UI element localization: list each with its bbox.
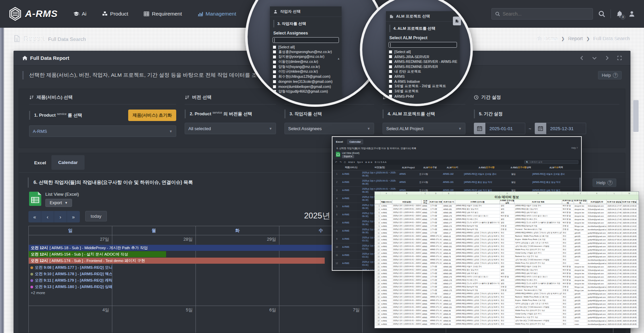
day-cell[interactable]: 4일 [29,306,112,333]
next-year-button[interactable]: » [67,211,80,222]
more-events-link[interactable]: +2 more [29,291,112,295]
alm-filter-input[interactable] [389,42,457,48]
notifications-bell-icon[interactable]: 3 [616,10,623,18]
alm-project-option[interactable]: ARMS-JIRA-SERVER [386,54,460,60]
sheet-col-letter: I [562,192,574,195]
product-reset-button[interactable]: 제품(서비스) 초기화 [128,110,176,121]
mini-col-header: ALM 이슈 구분 [418,165,442,170]
assignee-filter-input[interactable] [273,37,339,43]
fullscreen-icon[interactable] [617,56,622,60]
alm-project-option[interactable]: [Select all] [386,49,460,54]
user-profile-icon[interactable] [628,10,635,17]
version-select[interactable]: All selected▼ [185,123,276,134]
nav-item-product[interactable]: Product [102,11,128,17]
assignee-option[interactable]: 장지윤(jiyoonjang@mz.co.kr) [270,54,342,60]
calendar-bar-event[interactable]: 오전 12시[ ARMS-18 - Sub ] - MiddleProxy - … [29,245,379,251]
assignee-option[interactable]: 홍성훈(hongseonghun@mz.co.kr) [270,50,342,55]
sheet-row: 21A-RMS2025년 2분기 (2025-04-01 ~ 2025-06-3… [375,265,639,268]
alm-project-option[interactable]: A-RMS Initiative [386,79,460,84]
sheet-col-letter: A [381,192,392,195]
collapse-left-icon[interactable] [580,56,584,60]
sheet-row: 15A-RMS2025년 1분기 (2025-01-01 ~ 2025-03-3… [375,245,639,248]
alm-dropdown-toggle[interactable]: Select ALM Project [386,33,460,42]
calendar-dot-event[interactable]: 오전 9:10 [ ARMS-178 ] - [ARMS-REQ] 엑스베 [29,271,112,277]
sheet-col-letter: D [429,192,442,195]
mini-export-button: Export ▾ [342,155,354,158]
alm-project-option[interactable]: ARMS-REDMINE-SERVER - ARMS-RE [386,59,460,64]
date-start-input[interactable]: 2025-01-01 [485,123,525,134]
calendar-bar-event[interactable]: 오전 12시[ ARMS-174 - Sub ] - Frontend - Te… [29,258,325,264]
scroll-up-icon[interactable]: ▲ [337,57,340,60]
calendar-bar-event[interactable]: 오전 12시[ ARMS-154 - Sub ] - 설치 문서 ADOC에 작… [29,251,166,257]
alm-project-option[interactable]: 내 칸반 프로젝트 [386,69,460,74]
search-box[interactable] [491,8,593,20]
breadcrumb-report[interactable]: Report [568,36,583,41]
card-title: Full Data Report [22,55,69,61]
sheet-row: 4A-RMS2025년 2분기 (2025-04-01 ~ 2025-06-30… [375,208,639,211]
assignee-dropdown-toggle[interactable]: Select Assignees [270,29,342,37]
help-button-results[interactable]: Help? [593,179,616,187]
alm-project-option[interactable]: 1레벨 프로젝트 - 2레벨 프로젝트 [386,84,460,89]
alm-project-option[interactable]: ARMS [386,74,460,79]
assignee-option[interactable]: moon(dumbbelloper@gmail.com) [270,84,342,89]
prev-month-button[interactable]: ‹ [41,211,54,222]
section6-title: 6. 선택한 작업자(들)의 작업내용(요구사항 이슈 및 하위이슈, 연결이슈… [33,180,193,186]
calendar-dot-event[interactable]: 오전 9:11 [ ARMS-179 ] - [ARMS-REQ] 캐릭터 [29,277,112,284]
assignee-option[interactable]: 이동민(dmlee@mz.co.kr) [270,60,342,65]
export-button[interactable]: Export▼ [45,199,72,207]
assignee-option[interactable]: 이민규(mklee@mz.co.kr) [270,69,342,74]
alm-project-option[interactable]: 1레벨 프로젝트 [386,89,460,94]
date-end-input[interactable]: 2025-12-31 [546,123,586,134]
nav-item-requirement[interactable]: Requirement [144,11,182,17]
day-cell[interactable]: 5일 [112,306,196,333]
sheet-row: 20A-RMS2025년 1분기 (2025-01-01 ~ 2025-03-3… [375,262,639,265]
assignee-option[interactable]: 양형석(gudtjr4662@gmail.com) [270,89,342,94]
assignee-option[interactable]: 최수현(chltngus129@gmail.com) [270,74,342,79]
assignee-option[interactable]: 양형석(hsyang@mz.co.kr) [270,64,342,69]
alm-project-select[interactable]: Select ALM Project▼ [383,123,465,134]
today-button[interactable]: today [85,211,107,221]
help-button[interactable]: Help? [598,71,622,79]
brand-logo[interactable]: A-RMS [9,7,58,21]
nav-item-management[interactable]: Management [198,11,236,17]
sheet-row: 16A-RMS2025년 1분기 (2025-01-01 ~ 2025-03-3… [375,248,639,252]
tab-calendar[interactable]: Calendar [51,155,85,170]
sheet-col-letter [375,192,381,195]
nav-item-ai[interactable]: Ai [73,11,87,17]
page-left-edge [0,27,4,333]
calendar-icon[interactable] [474,123,485,134]
product-select[interactable]: A-RMS▼ [29,125,176,137]
search-input[interactable] [503,11,589,17]
assignee-option[interactable]: [Select all] [270,45,342,50]
collapse-right-icon[interactable] [605,56,609,60]
checkbox-icon [389,60,392,63]
sheet-row: 13A-RMS2025년 1분기 (2025-01-01 ~ 2025-03-3… [375,238,639,241]
tab-excel[interactable]: Excel [34,160,46,165]
mini-help: Help ? [571,147,578,150]
day-cell[interactable]: 7일 [279,306,363,333]
checkbox-icon [273,61,276,64]
calendar-dot-event[interactable]: 오전 9:13 [ ARMS-180 ] - [ARMS-REQ] 상패 제 [29,284,112,290]
clock-icon [474,95,479,100]
prev-year-button[interactable]: « [28,211,41,222]
breadcrumb-home[interactable]: Home [537,36,557,41]
day-cell[interactable]: 6일 [196,306,279,333]
sheet-col-header: ALM 이슈 키 [442,200,455,204]
sheet-col-header: ALM Proj [421,200,429,204]
cubes-icon [102,11,108,17]
collapse-down-icon[interactable] [592,56,597,60]
calendar-dot-event[interactable]: 오전 9:08 [ ARMS-177 ] - [ARMS-REQ] 모니터 [29,264,112,271]
mini-table-row: 2A-RMS2025년 2분기 (2025-04-01 ~ 2025-06-30… [332,179,581,187]
building-button-icon[interactable] [453,17,461,25]
calendar-icon[interactable] [535,123,546,134]
assignee-option[interactable]: dongmin lee(313cokr@gmail.com) [270,79,342,84]
assignee-select[interactable]: Select Assignees▼ [284,123,374,134]
right-edge-strip [633,100,639,132]
sheet-row: 17A-RMS2025년 1분기 (2025-01-01 ~ 2025-03-3… [375,252,639,255]
sheet-row: 32A-RMS2025년 1분기 (2025-01-01 ~ 2025-03-3… [375,302,639,306]
alm-project-option[interactable]: ARMS-REDMINE-SERVER [386,64,460,69]
calendar-nav-group: «‹›» [28,211,80,222]
next-month-button[interactable]: › [54,211,67,222]
search-submit-icon[interactable] [598,10,605,17]
checkbox-icon [273,90,276,93]
